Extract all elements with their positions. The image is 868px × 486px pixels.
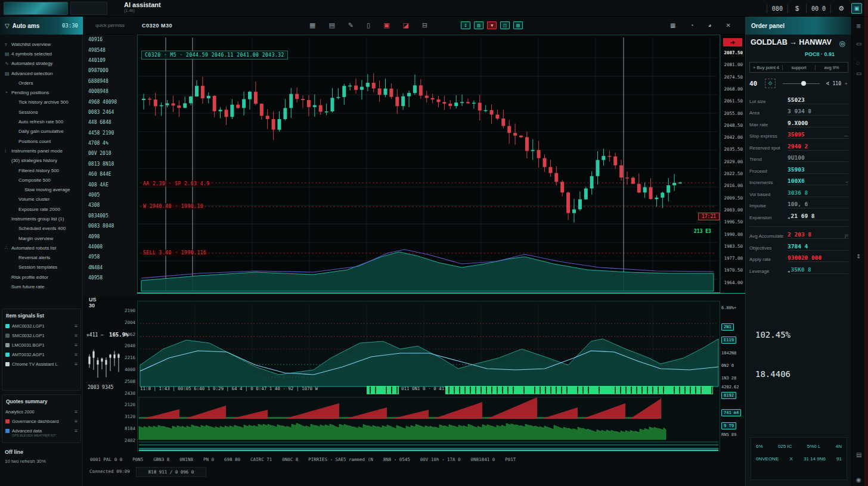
volume-slider-knob[interactable] <box>801 81 806 86</box>
item-menu-icon[interactable]: ≡ <box>75 323 78 329</box>
panel-list-item[interactable]: SMC0032.LGP1≡ <box>2 331 80 340</box>
sidebar-item[interactable]: ∿Automated strategy <box>0 59 83 68</box>
item-menu-icon[interactable]: ≡ <box>75 409 78 415</box>
sidebar-item[interactable]: ⁞Instruments panel mode <box>0 146 83 155</box>
order-field-input[interactable]: 55023 <box>788 96 848 104</box>
panel-list-item[interactable]: Chrome TV Assistant L≡ <box>2 359 80 369</box>
item-menu-icon[interactable]: ≡ <box>75 362 78 367</box>
corner-app-icon[interactable]: ▣ <box>851 3 862 14</box>
object-box-icon[interactable]: ▯ <box>367 21 370 29</box>
sidebar-item[interactable]: ▤Advanced selection <box>0 68 83 78</box>
watch-price-row[interactable]: 40916 <box>83 35 137 45</box>
sidebar-item[interactable]: Tick history archive 500 <box>0 98 83 107</box>
watch-price-row[interactable]: 0813 8N18 <box>83 159 137 169</box>
status-bar-item[interactable]: 0N0C 8 <box>282 457 298 462</box>
status-bar-item[interactable]: 0N1N8 <box>179 457 193 462</box>
watch-price-row[interactable]: 498548 <box>83 45 137 55</box>
order-field-input[interactable]: 21 69 8 <box>791 213 848 220</box>
minimize-icon[interactable]: ◕ <box>708 22 712 29</box>
sidebar-item[interactable]: ▤4 symbols selected <box>0 49 83 58</box>
layout-grid-icon[interactable]: ▦ <box>309 21 315 29</box>
sidebar-item[interactable]: Positions count <box>0 136 83 146</box>
price-scale[interactable]: ➔ 2087.502081.002074.502068.002061.50205… <box>720 35 745 293</box>
order-field-input[interactable]: 3036 8 <box>788 189 848 197</box>
sidebar-item[interactable]: Daily gain cumulative <box>0 127 83 136</box>
symbol-info-icon[interactable]: ◎ <box>839 39 845 48</box>
sidebar-item[interactable]: ∴Automated robots list <box>0 243 83 253</box>
order-field-input[interactable]: 35903 <box>788 166 848 174</box>
item-menu-icon[interactable]: ≡ <box>75 419 78 424</box>
watch-price-row[interactable]: 40958 <box>83 273 137 283</box>
chart-type-icon[interactable]: ▤ <box>328 21 334 29</box>
watch-price-row[interactable]: 4968 40098 <box>83 96 137 107</box>
panel-icon[interactable]: ▭ <box>856 70 861 77</box>
status-bar-item[interactable]: GBN3 8 <box>153 457 169 462</box>
window-icon[interactable]: ▭ <box>856 40 861 47</box>
market-watch-header[interactable]: ▽ Auto ams 03:30 <box>0 17 83 35</box>
sidebar-item[interactable]: Orders <box>0 78 83 88</box>
order-field-input[interactable]: 2 203 8j= <box>788 231 848 239</box>
panel-list-item[interactable]: Governance dashboard≡ <box>2 416 80 426</box>
status-bar-item[interactable]: P01T <box>505 457 516 462</box>
sidebar-item[interactable]: Sum future rate <box>0 282 83 291</box>
panel-list-item[interactable]: AMC0032.LGP1≡ <box>2 321 80 331</box>
chart-quick-button-4[interactable]: ◫ <box>500 21 510 29</box>
layers-icon[interactable]: ≣ <box>856 23 861 29</box>
draw-pencil-icon[interactable]: ✎ <box>348 21 354 29</box>
watch-price-row[interactable]: 4458 2190 <box>83 128 137 138</box>
status-bar-item[interactable]: P0N5 <box>132 457 143 462</box>
watch-price-row[interactable]: 4008948 <box>83 86 137 96</box>
logo-thumbnail[interactable] <box>4 2 68 15</box>
watch-price-row[interactable]: 00V 2018 <box>83 148 137 158</box>
sidebar-item[interactable]: Instruments group list (1) <box>0 214 83 223</box>
order-panel-header[interactable]: Order panel <box>745 17 851 35</box>
list-icon[interactable]: ⊟ <box>422 21 427 29</box>
item-menu-icon[interactable]: ≡ <box>75 333 78 338</box>
status-bar-item[interactable]: PIRRIES › SAE5 rammed (N <box>308 457 373 462</box>
order-field-input[interactable]: 35095— <box>788 131 848 139</box>
dollar-icon[interactable]: $ <box>795 5 799 12</box>
sidebar-item[interactable]: Risk profile editor <box>0 272 83 282</box>
order-field-input[interactable]: 100X6⌐ <box>788 177 848 185</box>
alert-icon[interactable]: ▣ <box>383 21 389 29</box>
main-chart-region[interactable]: C0320 · M5 · 2044.59 2046.11 2041.00 204… <box>137 35 720 293</box>
status-bar-item[interactable]: CAIRC 71 <box>250 457 272 462</box>
item-menu-icon[interactable]: ≡ <box>75 428 78 434</box>
sidebar-item[interactable]: Exposure rate 2000 <box>0 204 83 214</box>
sidebar-item[interactable]: ◔Pending positions <box>0 88 83 97</box>
watch-price-row[interactable]: 0834005 <box>83 211 137 221</box>
sidebar-item[interactable]: Session templates <box>0 263 83 272</box>
chart-quick-button-3[interactable]: ▼ <box>487 21 497 29</box>
mini-quote-widget[interactable]: US 30 +411 − 165.9% 2003 9345 <box>83 297 122 453</box>
close-icon[interactable]: ✕ <box>726 22 731 29</box>
sidebar-item[interactable]: (30) strategies history <box>0 156 83 166</box>
field-stepper-icon[interactable]: ◂ <box>788 269 790 274</box>
panel-list-item[interactable]: Analytics 2000≡ <box>2 407 80 416</box>
order-field-input[interactable]: 3784 4 <box>788 243 848 251</box>
watch-price-row[interactable]: 6888948 <box>83 76 137 86</box>
status-bar-item[interactable]: PN 0 <box>203 457 214 462</box>
order-type-segment-2[interactable]: support <box>782 65 815 70</box>
watch-price-row[interactable]: 0987000 <box>83 66 137 76</box>
sidebar-item[interactable]: Sessions <box>0 107 83 117</box>
watch-price-row[interactable]: 4005 <box>83 190 137 200</box>
sidebar-item[interactable]: Filtered history 500 <box>0 166 83 175</box>
watch-price-row[interactable]: 448 6848 <box>83 117 137 127</box>
watch-price-row[interactable]: 4708 4% <box>83 138 137 148</box>
volume-mode-icon[interactable]: ⟐ <box>765 79 776 88</box>
field-stepper-icon[interactable]: ◂ <box>788 216 790 220</box>
status-bar-item[interactable]: 698 80 <box>224 457 240 462</box>
settings-gear-icon[interactable]: ⚙ <box>838 5 844 13</box>
sidebar-item[interactable]: Volume cluster <box>0 195 83 204</box>
volume-slider[interactable] <box>783 83 820 84</box>
chart-quick-button-1[interactable]: ↧ <box>461 21 470 29</box>
resize-icon[interactable]: ⇕ <box>856 253 861 260</box>
sidebar-item[interactable]: ▿Watchlist overview <box>0 39 83 49</box>
sidebar-item[interactable]: Reversal alerts <box>0 253 83 263</box>
order-field-input[interactable]: 35K0 8 <box>791 266 848 274</box>
status-bar-item[interactable]: 8N8 › 0545 <box>383 457 410 462</box>
order-type-segment-3[interactable]: avg 9% <box>815 65 848 70</box>
order-field-input[interactable]: 100, 6 <box>788 201 848 208</box>
order-field-input[interactable]: 3 934 8 <box>788 108 848 116</box>
watch-price-row[interactable]: 0083 2464 <box>83 107 137 117</box>
